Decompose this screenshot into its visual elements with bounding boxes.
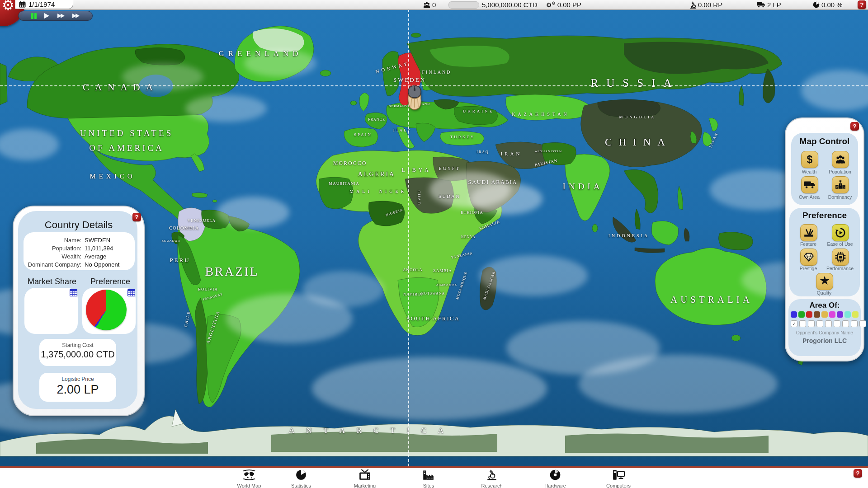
opponent-company-label: Oppnent's Company Name bbox=[788, 330, 861, 335]
population-value: 0 bbox=[432, 1, 436, 9]
logistics-stat: 2 LP bbox=[757, 0, 781, 9]
company-filter-checkbox[interactable] bbox=[851, 320, 858, 327]
area-of-title: Area Of: bbox=[788, 301, 861, 310]
tab-label: World Map bbox=[227, 483, 271, 488]
company-filter-checkbox[interactable] bbox=[808, 320, 815, 327]
tools-icon bbox=[803, 228, 814, 237]
own-area-map-button[interactable] bbox=[801, 176, 818, 193]
dollar-icon: $ bbox=[807, 154, 813, 166]
company-color-swatch bbox=[837, 311, 843, 318]
company-color-swatch bbox=[852, 311, 859, 318]
logistic-price-label: Logistic Price bbox=[39, 376, 116, 382]
computers-icon bbox=[612, 469, 625, 481]
world-map-icon bbox=[242, 469, 257, 481]
diamond-icon bbox=[803, 253, 815, 262]
sites-icon bbox=[422, 469, 434, 481]
empty-progress-pill bbox=[448, 1, 479, 9]
bottom-help-button[interactable]: ? bbox=[854, 469, 862, 478]
tab-marketing[interactable]: Marketing bbox=[343, 469, 387, 488]
tab-label: Computers bbox=[597, 483, 640, 488]
company-color-swatch bbox=[814, 311, 820, 318]
company-filter-checkbox[interactable] bbox=[799, 320, 806, 327]
quality-button[interactable]: ★ bbox=[816, 273, 833, 290]
pause-button[interactable] bbox=[31, 12, 37, 19]
ease-of-use-button[interactable] bbox=[832, 224, 849, 241]
microscope-icon bbox=[690, 1, 696, 9]
prestige-button[interactable] bbox=[800, 249, 817, 266]
bottom-nav-bar: World Map Statistics Marketing Sites Res… bbox=[0, 466, 868, 488]
company-filter-checkbox[interactable] bbox=[825, 320, 832, 327]
country-info-box: Name:SWEDEN Population:11,011,394 Wealth… bbox=[24, 232, 135, 270]
starting-cost-value: 1,375,000.00 CTD bbox=[39, 349, 116, 360]
company-filter-checkbox[interactable] bbox=[834, 320, 840, 327]
tab-label: Sites bbox=[407, 483, 450, 488]
wealth-map-button[interactable]: $ bbox=[801, 151, 818, 168]
tab-hardware[interactable]: Hardware bbox=[533, 469, 577, 488]
tab-research[interactable]: Research bbox=[470, 469, 514, 488]
logistics-value: 2 LP bbox=[767, 1, 781, 9]
population-icon bbox=[423, 2, 430, 8]
tab-label: Hardware bbox=[533, 483, 577, 488]
quality-label: Quality bbox=[808, 290, 840, 296]
wealth-label: Wealth bbox=[793, 169, 826, 174]
playback-controls bbox=[18, 11, 93, 21]
company-color-swatch bbox=[829, 311, 835, 318]
truck-icon bbox=[804, 181, 816, 189]
starting-cost-label: Starting Cost bbox=[39, 342, 116, 348]
marketing-icon bbox=[359, 469, 371, 481]
starting-cost-box: Starting Cost 1,375,000.00 CTD bbox=[39, 339, 116, 366]
map-control-title: Map Control bbox=[791, 136, 858, 146]
country-wealth-value: Average bbox=[85, 253, 106, 260]
logistic-price-box: Logistic Price 2.00 LP bbox=[39, 373, 116, 402]
country-population-value: 11,011,394 bbox=[85, 245, 113, 252]
circular-arrow-icon bbox=[835, 227, 846, 238]
date-display[interactable]: 1/1/1974 bbox=[15, 0, 73, 9]
market-share-table-icon[interactable] bbox=[70, 289, 77, 296]
dominancy-map-button[interactable]: 213 bbox=[832, 176, 849, 193]
people-icon bbox=[835, 155, 846, 164]
topbar-help-button[interactable]: ? bbox=[858, 0, 866, 9]
production-stat: ⚙⚙ 0.00 PP bbox=[546, 0, 581, 9]
gear-icon[interactable]: ⚙ bbox=[2, 0, 14, 12]
money-value: 5,000,000.00 CTD bbox=[482, 1, 538, 9]
pie-percent-icon bbox=[813, 1, 820, 8]
gears-icon: ⚙⚙ bbox=[546, 1, 556, 9]
opponent-company-name: Progorion LLC bbox=[788, 337, 861, 344]
crosshair-horizontal-line bbox=[0, 85, 868, 86]
podium-icon: 213 bbox=[835, 180, 846, 190]
preference-section-title: Preference bbox=[789, 211, 860, 221]
fast-forward-button[interactable] bbox=[57, 12, 65, 19]
company-color-swatch bbox=[798, 311, 805, 318]
market-share-title: Market Share bbox=[23, 277, 81, 286]
tab-label: Research bbox=[470, 483, 514, 488]
statistics-icon bbox=[295, 469, 307, 481]
performance-button[interactable] bbox=[832, 249, 849, 266]
research-icon bbox=[486, 469, 498, 481]
calendar-icon bbox=[19, 1, 26, 8]
hardware-icon bbox=[549, 469, 561, 481]
tab-computers[interactable]: Computers bbox=[597, 469, 640, 488]
feature-label: Feature bbox=[792, 241, 825, 247]
preference-table-icon[interactable] bbox=[127, 289, 135, 296]
tab-world-map[interactable]: World Map bbox=[227, 469, 271, 488]
company-color-swatches bbox=[791, 311, 859, 318]
population-map-button[interactable] bbox=[832, 151, 849, 168]
current-date: 1/1/1974 bbox=[28, 0, 55, 8]
fastest-forward-button[interactable] bbox=[72, 12, 80, 19]
map-tools-panel: ? Map Control $ Wealth Population bbox=[785, 117, 864, 361]
dominancy-label: Dominancy bbox=[824, 194, 856, 200]
play-button[interactable] bbox=[44, 12, 49, 19]
company-filter-checkbox[interactable] bbox=[859, 320, 866, 327]
tab-label: Statistics bbox=[279, 483, 323, 488]
company-filter-checkbox[interactable] bbox=[816, 320, 823, 327]
company-filter-checkbox[interactable]: ✓ bbox=[791, 320, 797, 327]
logistic-price-value: 2.00 LP bbox=[39, 383, 116, 397]
tab-label: Marketing bbox=[343, 483, 387, 488]
preference-title: Preference bbox=[85, 277, 136, 286]
feature-button[interactable] bbox=[800, 224, 817, 241]
company-filter-checkbox[interactable] bbox=[842, 320, 849, 327]
tab-statistics[interactable]: Statistics bbox=[279, 469, 323, 488]
map-control-help-button[interactable]: ? bbox=[850, 122, 859, 131]
area-of-section: Area Of: ✓ Oppnent's Company Name Progor… bbox=[788, 299, 861, 356]
tab-sites[interactable]: Sites bbox=[407, 469, 450, 488]
